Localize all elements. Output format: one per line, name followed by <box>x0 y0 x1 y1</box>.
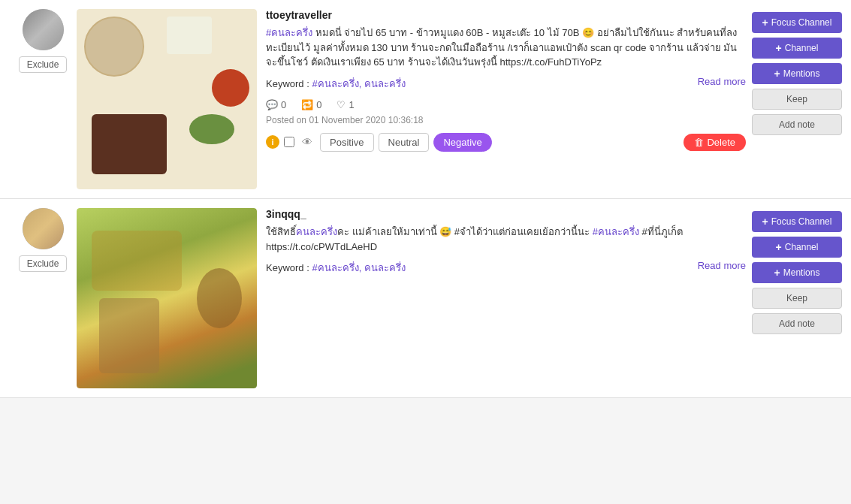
positive-btn-1[interactable]: Positive <box>320 133 374 152</box>
read-more-2[interactable]: Read more <box>698 260 746 271</box>
plus-icon-channel-2: + <box>776 241 782 253</box>
post-content-1: ttoeytraveller #คนละครึ่ง หมดนี่ จ่ายไป … <box>266 9 752 189</box>
channel-btn-1[interactable]: + Channel <box>752 38 842 59</box>
keyword-label-2: Keyword : <box>266 262 309 273</box>
food-detail-4 <box>92 114 167 174</box>
select-checkbox-1[interactable] <box>284 137 294 147</box>
post-text-body-2b: คะ แม่ค้าเลยให้มาเท่านี้ 😅 #จำได้ว่าแต่ก… <box>337 226 593 237</box>
comment-stat-1: 💬 0 <box>266 99 286 110</box>
plus-icon-channel-1: + <box>776 42 782 54</box>
channel-label-1: Channel <box>785 43 819 53</box>
food2-detail-3 <box>197 268 242 328</box>
post-sidebar-2: + Focus Channel + Channel + Mentions Kee… <box>752 208 842 388</box>
food-detail-5 <box>189 114 234 144</box>
neutral-btn-1[interactable]: Neutral <box>379 133 430 152</box>
keyword-link-1[interactable]: #คนละครึ่ง, คนละครึ่ง <box>312 78 405 89</box>
mentions-label-2: Mentions <box>783 267 820 278</box>
keyword-hashtag-2a[interactable]: คนละครึ่ง <box>296 226 337 237</box>
comment-count-1: 0 <box>281 99 286 110</box>
mentions-label-1: Mentions <box>783 68 820 79</box>
add-note-label-2: Add note <box>779 318 815 329</box>
focus-channel-btn-2[interactable]: + Focus Channel <box>752 211 842 232</box>
comment-icon-1: 💬 <box>266 99 278 110</box>
retweet-stat-1: 🔁 0 <box>301 99 321 110</box>
add-note-label-1: Add note <box>779 119 815 130</box>
post-date-1: Posted on 01 November 2020 10:36:18 <box>266 115 746 125</box>
post-actions-1: i 👁 Positive Neutral Negative 🗑 Delete <box>266 133 746 152</box>
channel-label-2: Channel <box>785 242 819 252</box>
post-image-1 <box>77 9 257 189</box>
food-detail-3 <box>212 69 249 107</box>
food-detail-1 <box>84 17 144 77</box>
mentions-btn-2[interactable]: + Mentions <box>752 262 842 283</box>
avatar-image-2 <box>23 208 64 249</box>
plus-icon-focus-1: + <box>762 17 768 29</box>
retweet-count-1: 0 <box>316 99 321 110</box>
post-text-2: ใช้สิทธิ์คนละครึ่งคะ แม่ค้าเลยให้มาเท่าน… <box>266 225 746 254</box>
avatar-1 <box>23 9 64 50</box>
exclude-button-2[interactable]: Exclude <box>19 255 68 272</box>
keyword-link-2[interactable]: #คนละครึ่ง, คนละครึ่ง <box>312 262 405 273</box>
post-text-body-2a: ใช้สิทธิ์ <box>266 226 296 237</box>
food-detail-2 <box>167 17 212 54</box>
avatar-2 <box>23 208 64 249</box>
username-2: 3inqqq_ <box>266 208 746 220</box>
post-card-1: Exclude ttoeytraveller #คนละครึ่ง หมดนี่… <box>0 0 851 199</box>
info-icon-1[interactable]: i <box>266 135 279 149</box>
keep-label-1: Keep <box>786 94 807 104</box>
focus-channel-label-2: Focus Channel <box>771 216 832 227</box>
plus-icon-mentions-1: + <box>774 68 780 80</box>
post-left-1: Exclude <box>9 9 77 189</box>
add-note-btn-2[interactable]: Add note <box>752 313 842 334</box>
add-note-btn-1[interactable]: Add note <box>752 114 842 135</box>
keyword-hashtag-1[interactable]: #คนละครึ่ง <box>266 27 312 38</box>
delete-button-1[interactable]: 🗑 Delete <box>684 134 746 151</box>
post-stats-1: 💬 0 🔁 0 ♡ 1 <box>266 99 746 110</box>
post-text-1: #คนละครึ่ง หมดนี่ จ่ายไป 65 บาท - ข้าวหม… <box>266 26 746 70</box>
keyword-hashtag-2b[interactable]: #คนละครึ่ง <box>593 226 639 237</box>
like-count-1: 1 <box>349 99 354 110</box>
keep-label-2: Keep <box>786 293 807 303</box>
keyword-section-2: Keyword : #คนละครึ่ง, คนละครึ่ง Read mor… <box>266 260 746 276</box>
focus-channel-btn-1[interactable]: + Focus Channel <box>752 12 842 33</box>
post-text-body-1: หมดนี่ จ่ายไป 65 บาท - ข้าวหมูแดง 60B - … <box>266 27 737 68</box>
like-stat-1: ♡ 1 <box>336 99 354 110</box>
plus-icon-focus-2: + <box>762 216 768 228</box>
trash-icon-1: 🗑 <box>694 137 704 148</box>
post-left-2: Exclude <box>9 208 77 388</box>
post-image-2 <box>77 208 257 388</box>
keep-btn-2[interactable]: Keep <box>752 288 842 309</box>
exclude-button-1[interactable]: Exclude <box>19 56 68 73</box>
feed-container: Exclude ttoeytraveller #คนละครึ่ง หมดนี่… <box>0 0 851 398</box>
username-1: ttoeytraveller <box>266 9 746 21</box>
delete-label-1: Delete <box>707 137 735 148</box>
retweet-icon-1: 🔁 <box>301 99 313 110</box>
avatar-image-1 <box>23 9 64 50</box>
keep-btn-1[interactable]: Keep <box>752 89 842 110</box>
eye-icon-1[interactable]: 👁 <box>299 134 315 150</box>
plus-icon-mentions-2: + <box>774 267 780 279</box>
food2-detail-1 <box>92 231 182 291</box>
food2-detail-2 <box>99 298 159 373</box>
channel-btn-2[interactable]: + Channel <box>752 237 842 258</box>
keyword-section-1: Keyword : #คนละครึ่ง, คนละครึ่ง Read mor… <box>266 76 746 92</box>
mentions-btn-1[interactable]: + Mentions <box>752 63 842 84</box>
post-sidebar-1: + Focus Channel + Channel + Mentions Kee… <box>752 9 842 189</box>
post-card-2: Exclude 3inqqq_ ใช้สิทธิ์คนละครึ่งคะ แม่… <box>0 199 851 398</box>
keyword-label-1: Keyword : <box>266 78 309 89</box>
like-icon-1: ♡ <box>336 99 346 110</box>
focus-channel-label-1: Focus Channel <box>771 17 832 28</box>
post-content-2: 3inqqq_ ใช้สิทธิ์คนละครึ่งคะ แม่ค้าเลยให… <box>266 208 752 388</box>
read-more-1[interactable]: Read more <box>698 76 746 87</box>
negative-btn-1[interactable]: Negative <box>433 133 491 152</box>
